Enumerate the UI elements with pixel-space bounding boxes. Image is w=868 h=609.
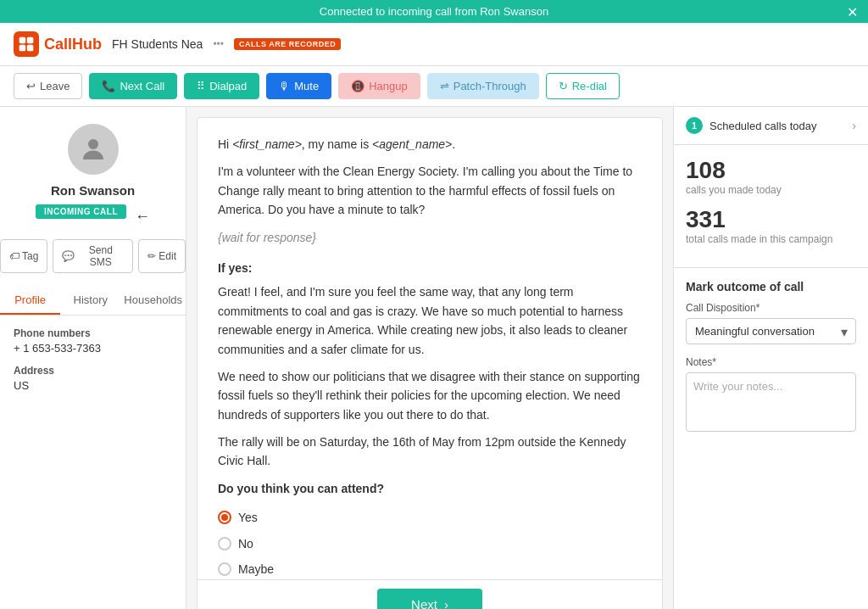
script-body4: The rally will be on Saturday, the 16th …	[218, 433, 642, 471]
toolbar: ↩ Leave 📞 Next Call ⠿ Dialpad 🎙 Mute 📵 H…	[0, 66, 868, 107]
phone-value: + 1 653-533-7363	[14, 342, 172, 355]
leave-button[interactable]: ↩ Leave	[14, 73, 82, 99]
script-body3: We need to show our politicians that we …	[218, 367, 642, 424]
svg-rect-2	[19, 45, 26, 52]
contact-name: Ron Swanson	[51, 183, 135, 198]
app-header: CallHub FH Students Nea ••• CALLS ARE RE…	[0, 23, 868, 66]
close-icon[interactable]: ✕	[847, 3, 858, 20]
hangup-button[interactable]: 📵 Hangup	[338, 73, 420, 99]
radio-group: Yes No Maybe	[218, 508, 642, 578]
next-call-button[interactable]: 📞 Next Call	[89, 73, 177, 99]
banner-message: Connected to incoming call from Ron Swan…	[320, 5, 548, 18]
edit-button[interactable]: ✏ Edit	[138, 239, 186, 273]
radio-maybe-label: Maybe	[238, 560, 274, 578]
radio-no-label: No	[238, 534, 253, 553]
svg-rect-3	[27, 45, 34, 52]
phone-icon: 📞	[102, 80, 115, 92]
script-content: Hi <first_name>, my name is <agent_name>…	[198, 118, 662, 579]
arrow-icon: ←	[135, 208, 150, 226]
next-button[interactable]: Next ›	[377, 589, 482, 609]
logo-text: CallHub	[44, 36, 102, 53]
patch-through-button[interactable]: ⇌ Patch-Through	[427, 73, 539, 99]
radio-no[interactable]: No	[218, 534, 642, 553]
scheduled-label: Scheduled calls today	[709, 120, 845, 132]
redial-button[interactable]: ↻ Re-dial	[546, 73, 620, 99]
script-body1: I'm a volunteer with the Clean Energy So…	[218, 162, 642, 219]
total-calls-desc: total calls made in this campaign	[686, 233, 856, 245]
connection-banner: Connected to incoming call from Ron Swan…	[0, 0, 868, 23]
disposition-select[interactable]: Meaningful conversation No answer Busy V…	[686, 318, 856, 344]
mic-icon: 🎙	[279, 80, 290, 92]
avatar	[68, 124, 119, 175]
radio-maybe-circle[interactable]	[218, 562, 231, 576]
left-sidebar: Ron Swanson INCOMING CALL ← 🏷 Tag 💬 Send…	[0, 107, 186, 609]
tab-history[interactable]: History	[60, 287, 120, 315]
address-value: US	[14, 379, 172, 392]
hangup-icon: 📵	[351, 80, 364, 92]
logo-icon	[14, 31, 39, 57]
profile-tabs: Profile History Households	[0, 287, 186, 316]
address-label: Address	[14, 365, 172, 377]
patch-icon: ⇌	[440, 80, 449, 92]
campaign-dots: •••	[213, 38, 224, 50]
calls-today-number: 108	[686, 157, 856, 184]
radio-maybe[interactable]: Maybe	[218, 560, 642, 578]
leave-icon: ↩	[26, 80, 36, 92]
mute-button[interactable]: 🎙 Mute	[266, 73, 331, 99]
sms-icon: 💬	[62, 250, 75, 262]
next-label: Next	[411, 597, 437, 609]
total-calls-number: 331	[686, 206, 856, 233]
tag-icon: 🏷	[9, 250, 19, 262]
radio-yes[interactable]: Yes	[218, 508, 642, 527]
dialpad-button[interactable]: ⠿ Dialpad	[184, 73, 259, 99]
svg-rect-1	[27, 37, 34, 44]
calls-today-desc: calls you made today	[686, 184, 856, 196]
right-panel: 1 Scheduled calls today › 108 calls you …	[673, 107, 868, 609]
radio-no-circle[interactable]	[218, 537, 231, 550]
phone-label: Phone numbers	[14, 327, 172, 339]
svg-rect-0	[19, 37, 26, 44]
send-sms-button[interactable]: 💬 Send SMS	[53, 239, 133, 273]
main-content: Ron Swanson INCOMING CALL ← 🏷 Tag 💬 Send…	[0, 107, 868, 609]
redial-icon: ↻	[559, 80, 568, 92]
tag-button[interactable]: 🏷 Tag	[0, 239, 47, 273]
edit-icon: ✏	[147, 250, 156, 262]
notes-textarea[interactable]	[686, 372, 856, 432]
campaign-name: FH Students Nea	[112, 37, 203, 51]
disposition-wrapper: Meaningful conversation No answer Busy V…	[686, 318, 856, 344]
script-body2: Great! I feel, and I'm sure you feel the…	[218, 282, 642, 359]
action-buttons: 🏷 Tag 💬 Send SMS ✏ Edit	[0, 239, 186, 273]
script-if-yes-header: If yes:	[218, 259, 642, 277]
scheduled-calls[interactable]: 1 Scheduled calls today ›	[674, 107, 868, 145]
incoming-call-badge: INCOMING CALL	[36, 204, 126, 219]
chevron-right-icon: ›	[852, 119, 856, 132]
next-arrow-icon: ›	[444, 597, 448, 609]
disposition-label: Call Disposition*	[686, 302, 856, 314]
script-wait: {wait for response}	[218, 228, 642, 247]
notes-label: Notes*	[686, 356, 856, 368]
tab-households[interactable]: Households	[120, 287, 186, 315]
logo: CallHub	[14, 31, 102, 57]
dialpad-icon: ⠿	[197, 80, 205, 92]
recorded-badge: CALLS ARE RECORDED	[234, 38, 341, 50]
stats-section: 108 calls you made today 331 total calls…	[674, 145, 868, 268]
contact-details: Phone numbers + 1 653-533-7363 Address U…	[0, 316, 186, 414]
tab-profile[interactable]: Profile	[0, 287, 60, 315]
outcome-title: Mark outcome of call	[686, 280, 856, 293]
script-area: Hi <first_name>, my name is <agent_name>…	[197, 117, 663, 609]
script-intro: Hi <first_name>, my name is <agent_name>…	[218, 135, 642, 154]
radio-yes-circle[interactable]	[218, 511, 231, 524]
scheduled-badge: 1	[686, 117, 703, 134]
outcome-section: Mark outcome of call Call Disposition* M…	[674, 268, 868, 609]
svg-point-4	[88, 139, 98, 149]
script-footer: Next ›	[198, 579, 662, 609]
script-question: Do you think you can attend?	[218, 479, 642, 498]
radio-yes-label: Yes	[238, 508, 258, 527]
